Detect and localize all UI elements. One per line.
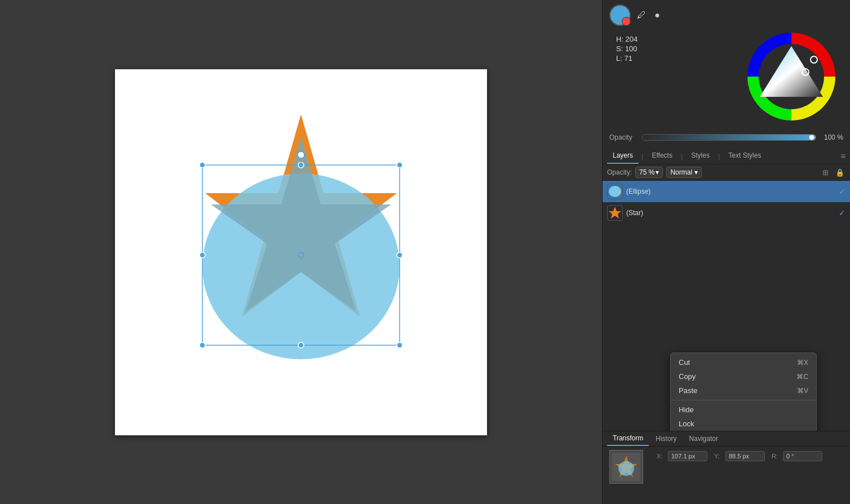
- field-r: R: 0 °: [772, 451, 822, 461]
- layer-row-star[interactable]: (Star) ✓: [603, 202, 850, 224]
- layer-check-ellipse: ✓: [839, 187, 845, 196]
- color-tools-row: 🖊 ●: [609, 5, 843, 26]
- layer-thumb-ellipse: [607, 184, 623, 199]
- color-section: 🖊 ● H: 204 S: 100 L: 71: [603, 0, 850, 148]
- opacity-dropdown-arrow: ▾: [656, 168, 659, 176]
- layer-icons-right: ⊞ 🔒: [820, 167, 845, 178]
- svg-point-7: [200, 252, 205, 258]
- field-y-value[interactable]: 88.5 px: [725, 451, 765, 461]
- opacity-slider[interactable]: [642, 134, 816, 141]
- bottom-content: X: 107.1 px Y: 88.5 px R: 0 °: [603, 447, 850, 487]
- lock-icon[interactable]: 🔒: [834, 167, 845, 178]
- svg-point-8: [397, 252, 402, 258]
- bottom-panel: Transform History Navigator X: 107.1 px …: [603, 431, 850, 504]
- l-value: L: 71: [616, 54, 638, 63]
- ctx-lock[interactable]: Lock: [671, 417, 816, 431]
- tab-text-styles[interactable]: Text Styles: [723, 148, 767, 164]
- canvas-area: [0, 0, 602, 504]
- opacity-row: Opacity 100 %: [609, 131, 843, 144]
- color-wheel-wrapper[interactable]: [746, 32, 836, 123]
- transform-fields: X: 107.1 px Y: 88.5 px R: 0 °: [650, 447, 829, 466]
- svg-point-24: [618, 461, 634, 476]
- layer-row-ellipse[interactable]: (Ellipse) ✓: [603, 181, 850, 202]
- layer-controls-row: Opacity: 75 % ▾ Normal ▾ ⊞ 🔒: [603, 164, 850, 181]
- tabs-row: Layers | Effects | Styles | Text Styles …: [603, 148, 850, 164]
- svg-point-4: [200, 162, 205, 168]
- layer-thumb-star: [607, 205, 623, 221]
- layer-name-star: (Star): [626, 209, 643, 217]
- artwork-canvas: [115, 69, 487, 435]
- wheel-area: H: 204 S: 100 L: 71: [609, 29, 843, 128]
- opacity-ctrl-label: Opacity:: [607, 168, 632, 176]
- palette-icon[interactable]: ●: [651, 9, 663, 21]
- opacity-label: Opacity: [609, 133, 638, 141]
- layer-name-ellipse: (Ellipse): [626, 188, 650, 195]
- tab-layers[interactable]: Layers: [607, 148, 639, 164]
- opacity-ctrl-value[interactable]: 75 % ▾: [635, 167, 663, 178]
- hsl-values: H: 204 S: 100 L: 71: [616, 32, 638, 63]
- context-menu: Cut ⌘X Copy ⌘C Paste ⌘V Hide Lock: [670, 353, 817, 431]
- ctx-copy[interactable]: Copy ⌘C: [671, 369, 816, 383]
- tab-effects[interactable]: Effects: [646, 148, 678, 164]
- blend-mode-select[interactable]: Normal ▾: [666, 167, 702, 178]
- s-value: S: 100: [616, 44, 638, 53]
- tab-navigator[interactable]: Navigator: [684, 432, 724, 445]
- color-swatch-fill[interactable]: [609, 5, 631, 26]
- layer-check-star: ✓: [839, 208, 845, 217]
- grid-icon[interactable]: ⊞: [820, 167, 831, 178]
- blend-mode-arrow: ▾: [694, 168, 698, 176]
- svg-point-9: [200, 342, 205, 348]
- tab-transform[interactable]: Transform: [607, 431, 649, 446]
- ctx-paste[interactable]: Paste ⌘V: [671, 383, 816, 398]
- color-wheel: [746, 32, 836, 122]
- svg-point-10: [298, 342, 304, 348]
- layers-list: (Ellipse) ✓ (Star) ✓ Cut ⌘X Copy ⌘C: [603, 181, 850, 431]
- ctx-cut[interactable]: Cut ⌘X: [671, 355, 816, 369]
- canvas-white: [115, 69, 487, 435]
- opacity-value: 100 %: [821, 133, 843, 141]
- svg-marker-21: [609, 207, 621, 218]
- opacity-thumb: [809, 135, 814, 140]
- field-x: X: 107.1 px: [657, 451, 707, 461]
- thumb-preview: [609, 450, 643, 484]
- field-y: Y: 88.5 px: [714, 451, 765, 461]
- right-panel: 🖊 ● H: 204 S: 100 L: 71: [602, 0, 850, 504]
- ctx-divider-1: [671, 400, 816, 400]
- h-value: H: 204: [616, 35, 638, 43]
- color-tools-icons: 🖊 ●: [635, 9, 663, 21]
- svg-point-11: [397, 342, 402, 348]
- eyedropper-icon[interactable]: 🖊: [635, 9, 648, 21]
- tabs-menu-icon[interactable]: ≡: [841, 151, 845, 160]
- field-x-value[interactable]: 107.1 px: [668, 451, 707, 461]
- svg-point-6: [397, 162, 402, 168]
- bottom-tabs-row: Transform History Navigator: [603, 431, 850, 447]
- svg-point-13: [298, 151, 304, 158]
- field-r-value[interactable]: 0 °: [783, 451, 822, 461]
- ctx-hide[interactable]: Hide: [671, 403, 816, 417]
- tab-styles[interactable]: Styles: [685, 148, 715, 164]
- tab-history[interactable]: History: [650, 432, 682, 445]
- svg-point-20: [609, 186, 621, 197]
